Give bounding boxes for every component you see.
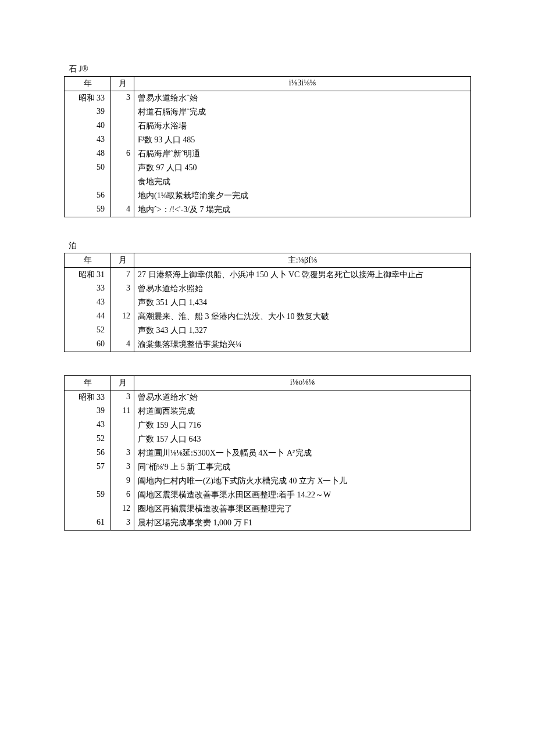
cell-month: 3 bbox=[111, 91, 134, 106]
cell-month: 6 bbox=[111, 488, 134, 502]
table-row: 563村道圃川⅛⅛延:S300X一卜及幅员 4X一卜 Aᶻ完成 bbox=[65, 446, 471, 460]
cell-desc: 晨村区場完成事棠费 1,000 万 F1 bbox=[134, 516, 471, 531]
cell-month bbox=[111, 175, 134, 189]
table-row: 56地内(1⅛取紧栽培渝棠夕一完成 bbox=[65, 189, 471, 203]
table-row: 9阖地内仁村内唯一(Z)地下式防火水槽完成 40 立方 X一卜儿 bbox=[65, 474, 471, 488]
table-2: 年 月 主:⅛βf⅛ 昭和 31727 日港祭海上御幸供船、小浜冲 150 人卜… bbox=[64, 253, 471, 352]
table-row: 12圈地区再褊震渠横造改善事渠区画整理完了 bbox=[65, 502, 471, 516]
table-row: 食地完成 bbox=[65, 175, 471, 189]
cell-month: 12 bbox=[111, 310, 134, 324]
cell-year: 44 bbox=[65, 310, 111, 324]
cell-desc: 渝棠集落璟境整借事棠始兴¼ bbox=[134, 338, 471, 352]
table-row: 604渝棠集落璟境整借事棠始兴¼ bbox=[65, 338, 471, 352]
cell-desc: 食地完成 bbox=[134, 175, 471, 189]
table-3: 年 月 i⅛o⅛⅛ 昭和 333曾易水道给水ˆ始 3911村道阖西装完成 43广… bbox=[64, 375, 471, 531]
section-title-2: 泊 bbox=[69, 241, 471, 251]
cell-month: 7 bbox=[111, 268, 134, 282]
cell-desc: 曾易水道给水ˆ始 bbox=[134, 390, 471, 405]
cell-month bbox=[111, 105, 134, 119]
table-row: 40石膈海水浴場 bbox=[65, 119, 471, 133]
cell-year: 43 bbox=[65, 296, 111, 310]
cell-desc: 广数 157 人口 643 bbox=[134, 432, 471, 446]
table-row: 昭和 333曾易水道给水ˆ始 bbox=[65, 91, 471, 106]
cell-year: 33 bbox=[65, 282, 111, 296]
cell-month: 3 bbox=[111, 390, 134, 405]
table-row: 3911村道阖西装完成 bbox=[65, 404, 471, 418]
cell-desc: 地内ˆ>：/!<'-3/及 7 場完成 bbox=[134, 203, 471, 217]
cell-desc: 曾易水道给水照始 bbox=[134, 282, 471, 296]
table-row: 43Fᴶ数 93 人口 485 bbox=[65, 133, 471, 147]
cell-desc: 广数 159 人口 716 bbox=[134, 418, 471, 432]
table-row: 596阖地区震渠横造改善事渠水田区画整理:着手 14.22～W bbox=[65, 488, 471, 502]
cell-year: 昭和 31 bbox=[65, 268, 111, 282]
cell-desc: 村道石膈海岸ˆ完成 bbox=[134, 105, 471, 119]
cell-month bbox=[111, 324, 134, 338]
cell-year: 39 bbox=[65, 404, 111, 418]
cell-year: 59 bbox=[65, 203, 111, 217]
cell-month: 3 bbox=[111, 446, 134, 460]
cell-month: 4 bbox=[111, 338, 134, 352]
cell-desc: 石膈海岸ˆ新ˆ明通 bbox=[134, 147, 471, 161]
table-row: 4412高潮曩来、淮、船 3 堡港内仁沈没、大小 10 数复大破 bbox=[65, 310, 471, 324]
cell-year: 52 bbox=[65, 432, 111, 446]
table-row: 613晨村区場完成事棠费 1,000 万 F1 bbox=[65, 516, 471, 531]
th-month: 月 bbox=[111, 376, 134, 390]
cell-year: 50 bbox=[65, 161, 111, 175]
cell-month bbox=[111, 418, 134, 432]
cell-year: 48 bbox=[65, 147, 111, 161]
cell-desc: 阖地内仁村内唯一(Z)地下式防火水槽完成 40 立方 X一卜儿 bbox=[134, 474, 471, 488]
cell-desc: 同ˆ桶⅛'9 上 5 新ˆ工事完成 bbox=[134, 460, 471, 474]
cell-desc: 石膈海水浴場 bbox=[134, 119, 471, 133]
cell-desc: 村道圃川⅛⅛延:S300X一卜及幅员 4X一卜 Aᶻ完成 bbox=[134, 446, 471, 460]
th-month: 月 bbox=[111, 77, 134, 91]
cell-month bbox=[111, 133, 134, 147]
cell-month: 3 bbox=[111, 282, 134, 296]
table-row: 573同ˆ桶⅛'9 上 5 新ˆ工事完成 bbox=[65, 460, 471, 474]
cell-month bbox=[111, 119, 134, 133]
cell-year bbox=[65, 175, 111, 189]
cell-desc: 地内(1⅛取紧栽培渝棠夕一完成 bbox=[134, 189, 471, 203]
table-row: 594地内ˆ>：/!<'-3/及 7 場完成 bbox=[65, 203, 471, 217]
cell-year: 43 bbox=[65, 418, 111, 432]
cell-desc: 声数 351 人口 1,434 bbox=[134, 296, 471, 310]
cell-desc: 声数 97 人口 450 bbox=[134, 161, 471, 175]
cell-month: 3 bbox=[111, 516, 134, 531]
th-year: 年 bbox=[65, 77, 111, 91]
table-row: 50声数 97 人口 450 bbox=[65, 161, 471, 175]
cell-year: 39 bbox=[65, 105, 111, 119]
cell-desc: 高潮曩来、淮、船 3 堡港内仁沈没、大小 10 数复大破 bbox=[134, 310, 471, 324]
cell-month bbox=[111, 296, 134, 310]
cell-year: 43 bbox=[65, 133, 111, 147]
table-row: 43声数 351 人口 1,434 bbox=[65, 296, 471, 310]
cell-year bbox=[65, 502, 111, 516]
cell-year: 56 bbox=[65, 446, 111, 460]
cell-year: 昭和 33 bbox=[65, 390, 111, 405]
cell-desc: Fᴶ数 93 人口 485 bbox=[134, 133, 471, 147]
cell-month: 11 bbox=[111, 404, 134, 418]
cell-year: 昭和 33 bbox=[65, 91, 111, 106]
cell-year: 56 bbox=[65, 189, 111, 203]
table-row: 52声数 343 人口 1,327 bbox=[65, 324, 471, 338]
section-title-1: 石 J® bbox=[69, 64, 471, 74]
cell-desc: 声数 343 人口 1,327 bbox=[134, 324, 471, 338]
cell-month: 12 bbox=[111, 502, 134, 516]
cell-year: 61 bbox=[65, 516, 111, 531]
th-desc: 主:⅛βf⅛ bbox=[134, 253, 471, 268]
cell-month bbox=[111, 161, 134, 175]
table-row: 昭和 31727 日港祭海上御幸供船、小浜冲 150 人卜 VC 乾覆男名死亡以… bbox=[65, 268, 471, 282]
table-row: 486石膈海岸ˆ新ˆ明通 bbox=[65, 147, 471, 161]
cell-year: 40 bbox=[65, 119, 111, 133]
th-year: 年 bbox=[65, 253, 111, 268]
th-month: 月 bbox=[111, 253, 134, 268]
table-row: 333曾易水道给水照始 bbox=[65, 282, 471, 296]
cell-desc: 圈地区再褊震渠横造改善事渠区画整理完了 bbox=[134, 502, 471, 516]
cell-year: 59 bbox=[65, 488, 111, 502]
cell-desc: 阖地区震渠横造改善事渠水田区画整理:着手 14.22～W bbox=[134, 488, 471, 502]
th-year: 年 bbox=[65, 376, 111, 390]
table-row: 昭和 333曾易水道给水ˆ始 bbox=[65, 390, 471, 405]
cell-year: 52 bbox=[65, 324, 111, 338]
cell-month: 9 bbox=[111, 474, 134, 488]
table-row: 39村道石膈海岸ˆ完成 bbox=[65, 105, 471, 119]
table-row: 43广数 159 人口 716 bbox=[65, 418, 471, 432]
cell-desc: 曾易水道给水ˆ始 bbox=[134, 91, 471, 106]
